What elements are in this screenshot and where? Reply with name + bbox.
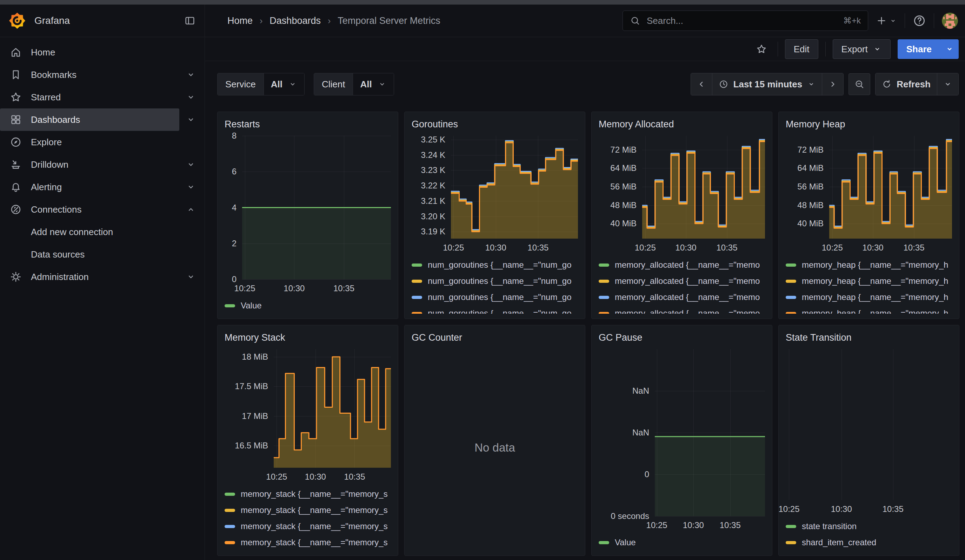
legend-label[interactable]: num_goroutines {__name__="num_go [428, 309, 572, 314]
chevron-down-icon[interactable] [186, 114, 196, 125]
help-button[interactable] [913, 14, 926, 28]
panel-title[interactable]: Memory Heap [786, 117, 952, 132]
legend-label[interactable]: memory_allocated {__name__="memo [615, 292, 760, 302]
panel-title[interactable]: Goroutines [412, 117, 578, 132]
chevron-up-icon[interactable] [186, 204, 196, 215]
legend-label[interactable]: memory_allocated {__name__="memo [615, 276, 760, 286]
sidebar-item-administration[interactable]: Administration [0, 266, 204, 288]
legend-item[interactable]: memory_heap {__name__="memory_h [786, 257, 952, 273]
legend-label[interactable]: memory_stack {__name__="memory_s [241, 521, 388, 531]
legend-item[interactable]: Value [599, 534, 765, 550]
sidebar-item-button[interactable]: Add new connection [0, 221, 179, 243]
sidebar-item-drilldown[interactable]: Drilldown [0, 153, 204, 176]
legend-item[interactable]: memory_stack {__name__="memory_s [224, 502, 391, 518]
legend-item[interactable]: Value [224, 297, 391, 314]
legend-label[interactable]: memory_stack {__name__="memory_s [241, 489, 388, 499]
search-input[interactable] [646, 15, 837, 27]
sidebar-item-button[interactable]: Alerting [0, 176, 179, 198]
legend-item[interactable]: num_goroutines {__name__="num_go [412, 305, 578, 314]
plot-area[interactable] [829, 136, 952, 238]
legend-item[interactable]: num_goroutines {__name__="num_go [412, 289, 578, 305]
zoom-out-button[interactable] [849, 73, 870, 95]
plot-area[interactable] [642, 136, 765, 238]
grafana-logo[interactable] [9, 13, 25, 29]
share-dropdown-button[interactable] [940, 39, 959, 59]
chevron-down-icon[interactable] [186, 92, 196, 103]
variable-value-dropdown[interactable]: All [353, 73, 393, 95]
legend-label[interactable]: memory_heap {__name__="memory_h [802, 276, 948, 286]
sidebar-item-button[interactable]: Data sources [0, 243, 179, 266]
legend-label[interactable]: Value [615, 537, 636, 547]
collapse-sidebar-button[interactable] [184, 15, 195, 26]
legend-label[interactable]: num_goroutines {__name__="num_go [428, 260, 572, 270]
sidebar-item-button[interactable]: Home [0, 41, 179, 64]
sidebar-item-connections[interactable]: Connections [0, 198, 204, 221]
chevron-down-icon[interactable] [186, 70, 196, 80]
legend-item[interactable]: memory_heap {__name__="memory_h [786, 273, 952, 289]
sidebar-item-starred[interactable]: Starred [0, 86, 204, 108]
legend-label[interactable]: memory_allocated {__name__="memo [615, 260, 760, 270]
time-range-picker[interactable]: Last 15 minutes [712, 73, 822, 95]
sidebar-item-bookmarks[interactable]: Bookmarks [0, 64, 204, 86]
panel-title[interactable]: GC Pause [599, 330, 765, 345]
legend-item[interactable]: memory_allocated {__name__="memo [599, 273, 765, 289]
sidebar-item-button[interactable]: Explore [0, 131, 179, 153]
legend-item[interactable]: memory_stack {__name__="memory_s [224, 518, 391, 534]
plot-area[interactable] [242, 136, 391, 279]
legend-label[interactable]: memory_heap {__name__="memory_h [802, 309, 948, 314]
legend-item[interactable]: memory_stack {__name__="memory_s [224, 534, 391, 550]
legend-label[interactable]: state transition [802, 521, 857, 531]
panel-title[interactable]: Memory Stack [224, 330, 391, 345]
plot-area[interactable] [274, 349, 391, 468]
sidebar-item-button[interactable]: Administration [0, 266, 179, 288]
legend-label[interactable]: num_goroutines {__name__="num_go [428, 292, 572, 302]
chevron-down-icon[interactable] [186, 272, 196, 282]
legend-label[interactable]: memory_heap {__name__="memory_h [802, 260, 948, 270]
sidebar-item-alerting[interactable]: Alerting [0, 176, 204, 198]
legend-item[interactable]: memory_allocated {__name__="memo [599, 289, 765, 305]
export-button[interactable]: Export [833, 39, 891, 59]
plot-area[interactable] [655, 349, 765, 516]
panel-title[interactable]: GC Counter [412, 330, 578, 345]
user-avatar[interactable] [942, 13, 958, 29]
legend-label[interactable]: memory_allocated {__name__="memo [615, 309, 760, 314]
sidebar-item-button[interactable]: Bookmarks [0, 64, 179, 86]
sidebar-item-button[interactable]: Starred [0, 86, 179, 108]
legend-item[interactable]: shard_item_created [786, 534, 952, 550]
sidebar-item-explore[interactable]: Explore [0, 131, 204, 153]
sidebar-item-button[interactable]: Connections [0, 198, 179, 221]
time-shift-back-button[interactable] [691, 73, 712, 95]
legend-label[interactable]: memory_stack {__name__="memory_s [241, 505, 388, 515]
add-new-button[interactable] [876, 15, 897, 26]
sidebar-item-home[interactable]: Home [0, 41, 204, 64]
legend-item[interactable]: num_goroutines {__name__="num_go [412, 257, 578, 273]
search-box[interactable]: ⌘+k [623, 11, 868, 31]
plot-area[interactable] [786, 349, 952, 500]
panel-title[interactable]: Memory Allocated [599, 117, 765, 132]
sidebar-item-dashboards[interactable]: Dashboards [0, 108, 204, 131]
legend-label[interactable]: memory_heap {__name__="memory_h [802, 292, 948, 302]
legend-label[interactable]: Value [241, 301, 262, 310]
panel-title[interactable]: State Transition [786, 330, 952, 345]
legend-item[interactable]: memory_heap {__name__="memory_h [786, 305, 952, 314]
sidebar-item-add-new-connection[interactable]: Add new connection [0, 221, 204, 243]
chevron-down-icon[interactable] [186, 182, 196, 192]
edit-button[interactable]: Edit [785, 39, 818, 59]
legend-item[interactable]: num_goroutines {__name__="num_go [412, 273, 578, 289]
chevron-down-icon[interactable] [186, 159, 196, 170]
legend-item[interactable]: memory_allocated {__name__="memo [599, 305, 765, 314]
legend-label[interactable]: num_goroutines {__name__="num_go [428, 276, 572, 286]
variable-value-dropdown[interactable]: All [263, 73, 304, 95]
time-shift-forward-button[interactable] [822, 73, 843, 95]
breadcrumb-home[interactable]: Home [227, 15, 253, 26]
legend-item[interactable]: memory_allocated {__name__="memo [599, 257, 765, 273]
favorite-star-button[interactable] [752, 40, 770, 58]
legend-item[interactable]: memory_stack {__name__="memory_s [224, 486, 391, 502]
refresh-button[interactable]: Refresh [875, 73, 937, 95]
sidebar-item-button[interactable]: Drilldown [0, 153, 179, 176]
sidebar-item-data-sources[interactable]: Data sources [0, 243, 204, 266]
share-button[interactable]: Share [898, 39, 940, 59]
refresh-interval-dropdown[interactable] [937, 73, 958, 95]
legend-item[interactable]: memory_heap {__name__="memory_h [786, 289, 952, 305]
panel-title[interactable]: Restarts [224, 117, 391, 132]
